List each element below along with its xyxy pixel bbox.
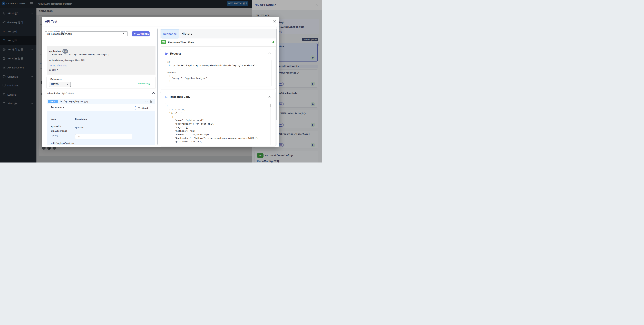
svg-text:{...}: {...} (165, 96, 170, 99)
